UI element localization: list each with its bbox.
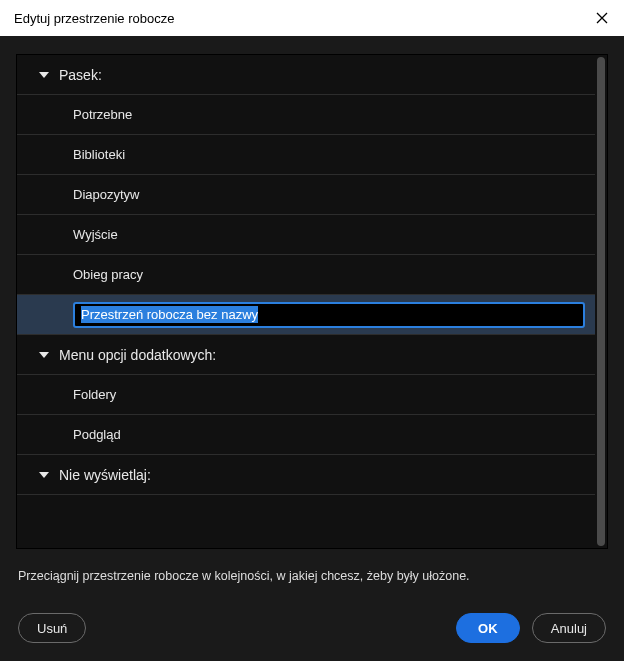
item-label: Potrzebne [73,107,132,122]
workspace-name-input-wrap[interactable]: Przestrzeń robocza bez nazwy [73,302,585,328]
list-item-editing[interactable]: Przestrzeń robocza bez nazwy [17,295,595,335]
chevron-down-icon [39,472,49,478]
item-label: Diapozytyw [73,187,139,202]
item-label: Obieg pracy [73,267,143,282]
chevron-down-icon [39,352,49,358]
scrollbar[interactable] [597,57,605,546]
chevron-down-icon [39,72,49,78]
section-header-menu-opcji[interactable]: Menu opcji dodatkowych: [17,335,595,375]
list-item[interactable]: Wyjście [17,215,595,255]
close-icon[interactable] [594,10,610,26]
dialog-body: Pasek: Potrzebne Biblioteki Diapozytyw W… [0,36,624,661]
item-label: Wyjście [73,227,118,242]
dialog-footer: Usuń OK Anuluj [16,597,608,661]
list-item[interactable]: Foldery [17,375,595,415]
titlebar: Edytuj przestrzenie robocze [0,0,624,36]
list-item[interactable]: Diapozytyw [17,175,595,215]
delete-button[interactable]: Usuń [18,613,86,643]
workspace-list: Pasek: Potrzebne Biblioteki Diapozytyw W… [16,54,608,549]
section-label: Menu opcji dodatkowych: [59,347,216,363]
section-header-pasek[interactable]: Pasek: [17,55,595,95]
ok-button[interactable]: OK [456,613,520,643]
cancel-button[interactable]: Anuluj [532,613,606,643]
item-label: Biblioteki [73,147,125,162]
section-label: Nie wyświetlaj: [59,467,151,483]
section-label: Pasek: [59,67,102,83]
list-item[interactable]: Biblioteki [17,135,595,175]
dialog-title: Edytuj przestrzenie robocze [14,11,174,26]
hint-text: Przeciągnij przestrzenie robocze w kolej… [16,549,608,597]
section-header-nie-wyswietlaj[interactable]: Nie wyświetlaj: [17,455,595,495]
list-item[interactable]: Obieg pracy [17,255,595,295]
list-item[interactable]: Podgląd [17,415,595,455]
list-item[interactable]: Potrzebne [17,95,595,135]
workspace-name-input[interactable]: Przestrzeń robocza bez nazwy [81,306,258,323]
item-label: Foldery [73,387,116,402]
item-label: Podgląd [73,427,121,442]
